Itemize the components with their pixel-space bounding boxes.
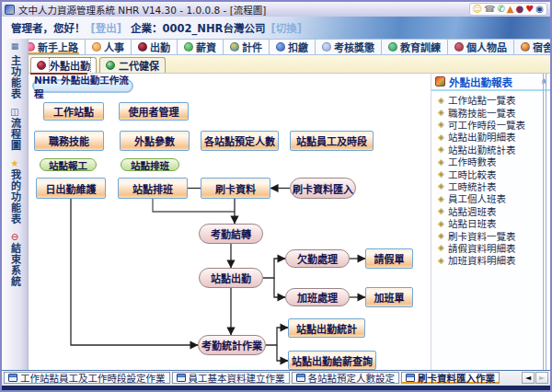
menu-label: 宿舍管理	[533, 40, 552, 54]
piecework-icon	[230, 42, 239, 52]
call-icon[interactable]: ✆	[497, 4, 504, 15]
report-item-attendance-detail[interactable]: ◈站點出勤明細表	[438, 131, 550, 143]
bottom-task-bar: 工作站點員工及工作時段設定作業 員工基本資料建立作業 各站點預定人數設定 刷卡資…	[2, 370, 550, 386]
report-item-hours-compare[interactable]: ◈工時比較表	[438, 167, 550, 179]
report-item-leave-detail[interactable]: ◈請假資料明細表	[438, 242, 550, 254]
sidebar-item-label: 主功能表	[9, 55, 21, 99]
hr-icon	[92, 42, 101, 52]
phone-icon[interactable]: ☎	[484, 4, 495, 15]
greeting-text: 管理者，您好！	[11, 20, 86, 35]
menu-training[interactable]: 教育訓練	[382, 40, 448, 54]
warning-icon[interactable]: ▲	[507, 4, 514, 15]
task-tab-card-import[interactable]: 刷卡資料匯入作業	[401, 372, 500, 384]
node-offsite-param[interactable]: 外點參數	[120, 131, 190, 151]
app-logo-icon	[5, 5, 15, 15]
menu-belongings[interactable]: 個人物品	[448, 40, 514, 54]
window-icon	[296, 374, 305, 382]
info-bar: 管理者，您好！ [登出] 企業：0002_NHR台灣公司 [切換]	[2, 17, 550, 39]
node-card-import[interactable]: 刷卡資料匯入	[290, 178, 356, 199]
payroll-icon	[184, 42, 193, 52]
node-station-attendance-pay-query[interactable]: 站點出勤給薪查詢	[288, 351, 376, 370]
menu-label: 教育訓練	[400, 40, 441, 54]
sidebar-item-my-menu[interactable]: ★ 我的功能表	[9, 158, 21, 225]
offsite-attendance-icon	[37, 61, 46, 70]
globe-icon[interactable]: ◉	[535, 4, 544, 15]
report-item-work-hours[interactable]: ◈工作時數表	[438, 156, 550, 167]
report-item-work-period-list[interactable]: ◈可工作時段一覽表	[438, 119, 550, 131]
report-item-weekly-shift[interactable]: ◈站點週班表	[438, 205, 550, 217]
task-tab-label: 各站點預定人數設定	[308, 371, 396, 385]
node-station-schedule-button[interactable]: 站點排班	[121, 158, 179, 171]
node-overtime-form[interactable]: 加班單	[365, 287, 413, 307]
report-icon: ◈	[438, 133, 444, 142]
attendance-icon	[138, 42, 147, 52]
menu-withholding[interactable]: 扣繳	[270, 40, 316, 54]
node-leave-form[interactable]: 請假單	[365, 248, 413, 269]
report-icon: ◈	[438, 231, 444, 240]
task-tab-station-headcount[interactable]: 各站點預定人數設定	[292, 372, 400, 384]
report-item-overtime-detail[interactable]: ◈加班資料明細表	[438, 254, 550, 266]
report-icon: ◈	[438, 96, 444, 105]
logout-link[interactable]: [登出]	[91, 20, 122, 35]
node-station-staff-period[interactable]: 站點員工及時段	[290, 131, 374, 151]
menu-hr[interactable]: 人事	[86, 40, 132, 54]
tab-scroll-arrows: ◄ ►	[522, 372, 548, 384]
report-item-daily-shift[interactable]: ◈站點日班表	[438, 217, 550, 229]
heart-icon[interactable]: ♥	[525, 4, 534, 15]
report-item-card-data-list[interactable]: ◈刷卡資料一覽表	[438, 229, 550, 241]
node-station-headcount[interactable]: 各站點預定人數	[201, 131, 279, 151]
star-icon: ★	[11, 158, 19, 169]
node-station-attendance-stats[interactable]: 站點出勤統計	[288, 318, 365, 338]
node-station-attendance[interactable]: 站點出勤	[199, 268, 263, 288]
report-item-label: 加班資料明細表	[448, 253, 516, 267]
menu-appraisal[interactable]: 考核獎懲	[316, 40, 382, 54]
report-item-personal-shift[interactable]: ◈員工個人班表	[438, 192, 550, 204]
node-user-mgmt[interactable]: 使用者管理	[119, 102, 189, 121]
menu-label: 薪資	[196, 40, 216, 54]
menu-payroll[interactable]: 薪資	[178, 40, 224, 54]
node-daily-attendance[interactable]: 日出勤維護	[36, 178, 106, 199]
node-station-schedule[interactable]: 站點排班	[118, 178, 188, 199]
menu-piecework[interactable]: 計件	[224, 40, 270, 54]
window-icon	[406, 374, 415, 382]
node-attendance-stats[interactable]: 考勤統計作業	[198, 335, 266, 355]
menu-dormitory[interactable]: 宿舍管理	[514, 40, 552, 54]
active-tab-underline	[30, 73, 87, 75]
car-icon[interactable]: ●	[516, 4, 524, 15]
report-item-hours-stats[interactable]: ◈工時統計表	[438, 180, 550, 192]
node-overtime-handling[interactable]: 加班處理	[285, 288, 350, 306]
appraisal-icon	[322, 42, 331, 52]
scroll-left-button[interactable]: ◄	[522, 372, 535, 384]
report-item-work-station-list[interactable]: ◈工作站點一覽表	[438, 94, 550, 106]
node-absence-handling[interactable]: 欠勤處理	[285, 249, 350, 268]
window-icon	[8, 374, 17, 382]
report-icon: ◈	[438, 243, 444, 252]
node-attendance-transfer[interactable]: 考勤結轉	[199, 224, 263, 244]
node-work-station[interactable]: 工作站點	[43, 102, 104, 121]
report-item-job-skill-list[interactable]: ◈職務技能一覽表	[438, 106, 550, 118]
sidebar-item-flowchart[interactable]: ◫ 流程圖	[9, 107, 21, 151]
tab-offsite-attendance[interactable]: 外點出勤	[30, 57, 97, 73]
tab-second-gen-health[interactable]: 二代健保	[99, 57, 166, 73]
task-tab-employee-basic[interactable]: 員工基本資料建立作業	[172, 372, 290, 384]
report-item-attendance-stats[interactable]: ◈站點出勤統計表	[438, 144, 550, 156]
scroll-right-button[interactable]: ►	[535, 372, 548, 384]
node-card-data[interactable]: 刷卡資料	[201, 178, 270, 199]
sidebar-item-main-menu[interactable]: 主功能表	[9, 55, 21, 99]
window-title: 文中人力資源管理系統 NHR V14.30 - 1.0.0.8 - [流程圖]	[18, 3, 266, 17]
smiley-icon[interactable]: ☺	[473, 4, 482, 15]
report-icon: ◈	[438, 206, 444, 215]
menu-label: 人事	[104, 40, 124, 54]
sidebar-item-exit-system[interactable]: ⊖ 結束系統	[9, 232, 21, 287]
node-job-skill[interactable]: 職務技能	[34, 131, 104, 151]
panel-grid-icon[interactable]: ▦	[11, 39, 19, 53]
menu-newbie[interactable]: 新手上路	[19, 40, 86, 54]
panel-splitter[interactable]	[543, 74, 546, 371]
menu-attendance[interactable]: 出勤	[132, 40, 178, 54]
menu-label: 個人物品	[466, 40, 507, 54]
switch-company-link[interactable]: [切換]	[270, 20, 302, 35]
menu-label: 扣繳	[288, 40, 308, 54]
node-station-report[interactable]: 站點報工	[40, 158, 97, 171]
sidebar-item-label: 結束系統	[9, 243, 21, 287]
task-tab-station-staff-period[interactable]: 工作站點員工及工作時段設定作業	[4, 372, 170, 384]
